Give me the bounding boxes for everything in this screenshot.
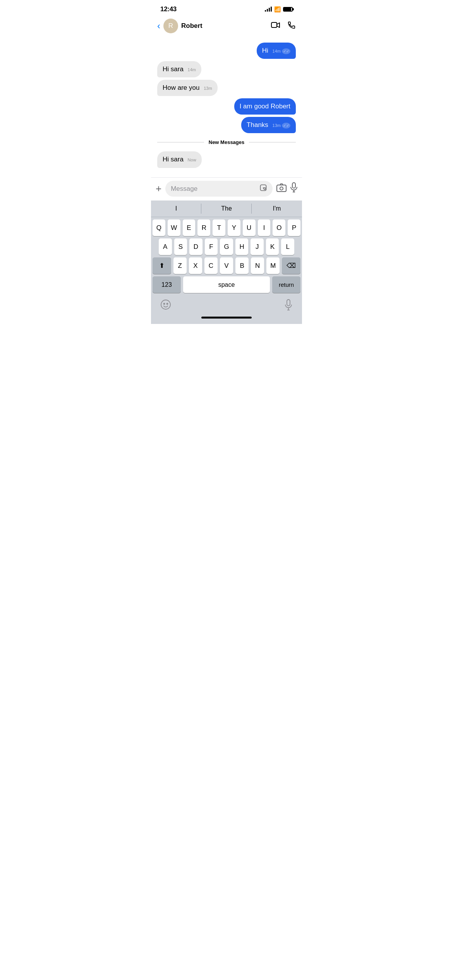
message-meta: 13m (204, 86, 212, 91)
divider-label: New Messages (204, 139, 249, 145)
divider-line (157, 142, 204, 142)
svg-point-3 (280, 187, 283, 190)
key-w[interactable]: W (168, 219, 180, 236)
svg-point-9 (167, 303, 168, 305)
autocomplete-suggestion[interactable]: The (201, 200, 252, 217)
key-space[interactable]: space (183, 276, 270, 293)
key-n[interactable]: N (251, 257, 264, 274)
keyboard-bottom-row: 123 space return (151, 274, 302, 295)
double-check-icon: ✓✓ (282, 123, 290, 128)
key-v[interactable]: V (220, 257, 233, 274)
autocomplete-bar: I The I'm (151, 200, 302, 217)
key-f[interactable]: F (205, 238, 218, 255)
key-shift[interactable]: ⬆ (153, 257, 171, 274)
message-input-wrap (165, 181, 273, 197)
key-y[interactable]: Y (228, 219, 240, 236)
header-actions (271, 21, 296, 31)
key-l[interactable]: L (281, 238, 294, 255)
wifi-icon: 📶 (274, 6, 281, 12)
key-r[interactable]: R (197, 219, 210, 236)
svg-point-8 (164, 303, 165, 305)
key-t[interactable]: T (213, 219, 225, 236)
camera-button[interactable] (276, 183, 287, 194)
key-b[interactable]: B (235, 257, 249, 274)
mic-button[interactable] (290, 182, 297, 195)
key-c[interactable]: C (204, 257, 218, 274)
double-check-icon: ✓✓ (282, 48, 290, 54)
key-s[interactable]: S (174, 238, 187, 255)
message-meta: 14m ✓✓ (273, 48, 290, 54)
battery-icon (283, 7, 293, 12)
keyboard-row-2: A S D F G H J K L (151, 236, 302, 255)
message-meta: 13m ✓✓ (273, 123, 290, 128)
emoji-keyboard-button[interactable] (160, 299, 171, 314)
message-bubble-sent: Hi 14m ✓✓ (257, 43, 296, 59)
key-g[interactable]: G (220, 238, 233, 255)
video-call-icon[interactable] (271, 21, 280, 31)
svg-rect-4 (292, 183, 295, 188)
svg-rect-10 (287, 300, 290, 306)
key-z[interactable]: Z (173, 257, 187, 274)
key-p[interactable]: P (288, 219, 300, 236)
key-d[interactable]: D (189, 238, 202, 255)
status-icons: 📶 (265, 6, 293, 12)
message-bubble-sent: Thanks 13m ✓✓ (241, 117, 296, 133)
message-row: Thanks 13m ✓✓ (157, 117, 296, 133)
back-button[interactable]: ‹ (157, 21, 160, 31)
message-bubble-received: Hi sara Now (157, 151, 202, 168)
home-area (151, 295, 302, 324)
key-q[interactable]: Q (153, 219, 165, 236)
keyboard-row-3: ⬆ Z X C V B N M ⌫ (151, 255, 302, 274)
key-return[interactable]: return (272, 276, 300, 293)
new-messages-divider: New Messages (157, 139, 296, 145)
message-bubble-received: How are you 13m (157, 80, 218, 96)
key-i[interactable]: I (258, 219, 271, 236)
voice-input-button[interactable] (284, 299, 293, 314)
key-numbers[interactable]: 123 (153, 276, 181, 293)
key-h[interactable]: H (235, 238, 249, 255)
message-row: Hi sara 14m (157, 61, 296, 77)
autocomplete-suggestion[interactable]: I'm (252, 200, 302, 217)
keyboard-row-1: Q W E R T Y U I O P (151, 217, 302, 236)
phone-call-icon[interactable] (287, 21, 296, 31)
keyboard: Q W E R T Y U I O P A S D F G H J K L ⬆ … (151, 217, 302, 295)
message-input[interactable] (171, 185, 256, 193)
chat-header: ‹ R Robert (151, 15, 302, 38)
key-o[interactable]: O (273, 219, 285, 236)
message-row: How are you 13m (157, 80, 296, 96)
key-k[interactable]: K (266, 238, 279, 255)
chat-area: Hi 14m ✓✓ Hi sara 14m How are you 13m I … (151, 38, 302, 177)
message-bubble-received: Hi sara 14m (157, 61, 201, 77)
add-attachment-button[interactable]: + (156, 183, 161, 195)
svg-rect-0 (271, 22, 277, 27)
key-m[interactable]: M (266, 257, 280, 274)
bottom-icons (151, 299, 302, 314)
contact-avatar[interactable]: R (163, 19, 178, 33)
key-delete[interactable]: ⌫ (282, 257, 300, 274)
status-bar: 12:43 📶 (151, 0, 302, 15)
home-indicator (201, 317, 252, 319)
sticker-icon[interactable] (259, 184, 267, 194)
input-area: + (151, 177, 302, 200)
key-x[interactable]: X (189, 257, 202, 274)
message-meta: Now (188, 157, 196, 163)
message-row: Hi 14m ✓✓ (157, 43, 296, 59)
svg-rect-2 (277, 185, 286, 192)
svg-point-7 (161, 300, 170, 309)
key-j[interactable]: J (251, 238, 264, 255)
key-u[interactable]: U (243, 219, 256, 236)
divider-line (249, 142, 296, 142)
message-bubble-sent: I am good Robert (234, 98, 296, 115)
key-a[interactable]: A (159, 238, 172, 255)
status-time: 12:43 (160, 5, 177, 13)
key-e[interactable]: E (183, 219, 196, 236)
autocomplete-suggestion[interactable]: I (151, 200, 201, 217)
message-meta: 14m (188, 67, 196, 72)
message-row: Hi sara Now (157, 151, 296, 168)
signal-bars-icon (265, 7, 272, 12)
contact-name[interactable]: Robert (181, 22, 271, 30)
message-row: I am good Robert (157, 98, 296, 115)
